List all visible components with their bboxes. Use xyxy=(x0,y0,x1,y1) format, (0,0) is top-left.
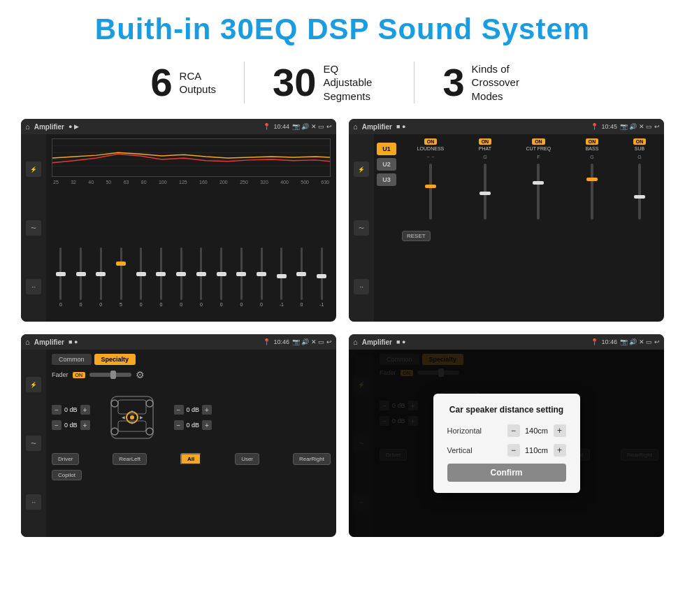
horizontal-value: 140cm xyxy=(523,427,551,435)
amp-icon-3[interactable]: ↔ xyxy=(354,279,369,294)
dialog-title: Car speaker distance setting xyxy=(447,405,566,415)
eq-slider-6[interactable]: 0 xyxy=(172,248,190,317)
loudness-slider[interactable] xyxy=(429,164,432,220)
vol-val-4: 0 dB xyxy=(187,422,200,429)
all-btn[interactable]: All xyxy=(180,453,201,465)
amp-cutfreq: ON CUT FREQ F xyxy=(526,138,551,222)
horizontal-minus[interactable]: − xyxy=(507,424,520,437)
eq-sliders: 0 0 0 5 xyxy=(52,189,331,317)
user-btn[interactable]: User xyxy=(235,453,259,465)
dialog-topbar-title: Amplifier xyxy=(362,338,392,346)
amp-icon-1[interactable]: ⚡ xyxy=(354,162,369,177)
vol-plus-1[interactable]: + xyxy=(80,405,90,415)
cross-main-area: Common Specialty Fader ON ⚙ xyxy=(46,350,336,537)
stat-text-crossover: Kinds of Crossover Modes xyxy=(472,62,535,103)
dialog-topbar: ⌂ Amplifier ■ ● 📍 10:46 📷 🔊 ✕ ▭ ↩ xyxy=(349,334,664,350)
dialog-screen: ⌂ Amplifier ■ ● 📍 10:46 📷 🔊 ✕ ▭ ↩ ⚡ 〜 ↔ xyxy=(349,334,664,537)
vertical-plus[interactable]: + xyxy=(554,444,566,457)
vol-minus-1[interactable]: − xyxy=(52,405,62,415)
eq-slider-5[interactable]: 0 xyxy=(152,248,171,317)
rearleft-btn2[interactable]: RearRight xyxy=(293,453,331,465)
sub-slider[interactable] xyxy=(638,164,641,220)
bass-slider[interactable] xyxy=(591,164,593,220)
eq-slider-10[interactable]: 0 xyxy=(252,248,271,317)
eq-content: ⚡ 〜 ↔ xyxy=(21,134,336,322)
eq-slider-11[interactable]: -1 xyxy=(273,248,291,317)
bass-on[interactable]: ON xyxy=(586,138,599,145)
amp-topbar-right: 📍 10:45 📷 🔊 ✕ ▭ ↩ xyxy=(591,123,660,130)
cross-sidebar: ⚡ 〜 ↔ xyxy=(21,350,46,537)
amp-home-icon: ⌂ xyxy=(353,122,358,131)
eq-slider-2[interactable]: 0 xyxy=(92,248,110,317)
cutfreq-on[interactable]: ON xyxy=(532,138,545,145)
eq-slider-7[interactable]: 0 xyxy=(192,248,210,317)
settings-icon[interactable]: ⚙ xyxy=(136,369,145,380)
eq-topbar-right: 📍 10:44 📷 🔊 ✕ ▭ ↩ xyxy=(263,123,332,130)
phat-slider[interactable] xyxy=(484,164,486,220)
tab-common[interactable]: Common xyxy=(52,354,92,365)
vol-plus-2[interactable]: + xyxy=(80,420,90,430)
copilot-btn[interactable]: Copilot xyxy=(52,470,82,480)
cross-icon-3[interactable]: ↔ xyxy=(26,494,41,510)
speaker-grid: − 0 dB + − 0 dB + xyxy=(52,386,331,449)
rearleft-btn[interactable]: RearLeft xyxy=(113,453,147,465)
preset-u2[interactable]: U2 xyxy=(377,158,396,171)
svg-point-11 xyxy=(146,400,153,407)
dialog-home-icon: ⌂ xyxy=(353,338,358,346)
svg-point-13 xyxy=(146,428,153,435)
amp-presets: U1 U2 U3 xyxy=(377,138,396,317)
eq-icon-1[interactable]: ⚡ xyxy=(26,162,41,177)
vol-minus-4[interactable]: − xyxy=(174,420,184,430)
eq-icon-2[interactable]: 〜 xyxy=(26,220,41,236)
vertical-value: 110cm xyxy=(523,446,551,454)
vol-row-2: − 0 dB + xyxy=(52,420,90,430)
dialog-status-icons: ■ ● xyxy=(396,338,405,345)
stat-rca: 6 RCA Outputs xyxy=(122,63,244,102)
amp-reset-area: RESET xyxy=(402,228,661,241)
preset-u3[interactable]: U3 xyxy=(377,173,396,186)
horizontal-ctrl: − 140cm + xyxy=(507,424,566,437)
eq-slider-13[interactable]: -1 xyxy=(312,248,331,317)
eq-slider-3[interactable]: 5 xyxy=(112,248,130,317)
eq-slider-1[interactable]: 0 xyxy=(72,248,90,317)
amp-reset-btn[interactable]: RESET xyxy=(402,231,431,241)
dialog-topbar-right: 📍 10:46 📷 🔊 ✕ ▭ ↩ xyxy=(591,338,660,345)
vol-minus-2[interactable]: − xyxy=(52,420,62,430)
loudness-on[interactable]: ON xyxy=(424,138,438,145)
horizontal-plus[interactable]: + xyxy=(554,424,566,437)
dialog-overlay: Car speaker distance setting Horizontal … xyxy=(349,350,664,537)
vol-row-1: − 0 dB + xyxy=(52,405,90,415)
vol-minus-3[interactable]: − xyxy=(174,405,184,415)
fader-slider[interactable] xyxy=(89,373,131,377)
eq-slider-8[interactable]: 0 xyxy=(212,248,231,317)
phat-on[interactable]: ON xyxy=(479,138,492,145)
sub-on[interactable]: ON xyxy=(633,138,647,145)
fader-on-badge[interactable]: ON xyxy=(73,372,86,378)
amp-status-icons: ■ ● xyxy=(396,123,405,130)
svg-text:▶: ▶ xyxy=(139,415,143,420)
vertical-minus[interactable]: − xyxy=(507,444,520,457)
eq-sidebar: ⚡ 〜 ↔ xyxy=(21,134,46,322)
cutfreq-label: CUT FREQ xyxy=(526,146,551,151)
amp-channels: ON LOUDNESS ~ ~ xyxy=(402,138,661,317)
tab-specialty[interactable]: Specialty xyxy=(94,354,136,365)
driver-btn[interactable]: Driver xyxy=(52,453,79,465)
preset-u1[interactable]: U1 xyxy=(377,143,396,155)
eq-slider-0[interactable]: 0 xyxy=(52,248,70,317)
cutfreq-slider[interactable] xyxy=(537,164,540,220)
eq-slider-9[interactable]: 0 xyxy=(232,248,250,317)
eq-slider-12[interactable]: 0 xyxy=(293,248,311,317)
cross-icon-2[interactable]: 〜 xyxy=(26,436,41,451)
cross-icon-1[interactable]: ⚡ xyxy=(26,377,41,392)
stat-text-rca: RCA Outputs xyxy=(180,69,217,96)
vol-col-right: − 0 dB + − 0 dB + xyxy=(174,405,212,430)
svg-point-12 xyxy=(111,428,118,435)
amp-icon-2[interactable]: 〜 xyxy=(354,220,369,236)
amp-phat: ON PHAT G xyxy=(479,138,492,222)
eq-icon-3[interactable]: ↔ xyxy=(26,279,41,294)
vol-col-left: − 0 dB + − 0 dB + xyxy=(52,405,90,430)
vol-plus-3[interactable]: + xyxy=(202,405,212,415)
vol-plus-4[interactable]: + xyxy=(202,420,212,430)
confirm-button[interactable]: Confirm xyxy=(447,464,566,482)
eq-slider-4[interactable]: 0 xyxy=(132,248,150,317)
